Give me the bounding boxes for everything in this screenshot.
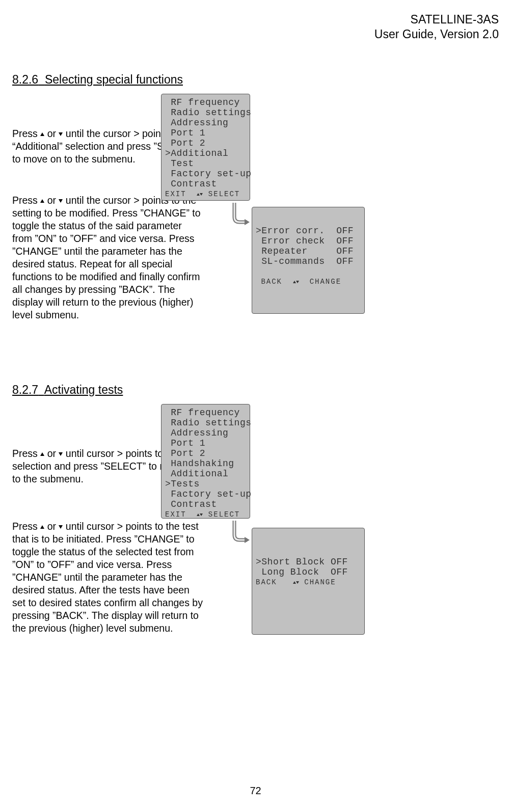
- lcd-line: Port 1: [165, 438, 246, 448]
- lcd-line: RF frequency: [165, 97, 246, 107]
- lcd-line: Radio settings: [165, 418, 246, 428]
- lcd-line: Addressing: [165, 118, 246, 128]
- header-line-2: User Guide, Version 2.0: [374, 27, 499, 42]
- lcd-line: Contrast: [165, 179, 246, 189]
- lcd-line: Contrast: [165, 499, 246, 509]
- down-arrow-icon: [200, 513, 203, 516]
- lcd-line: Port 2: [165, 138, 246, 148]
- header-line-1: SATELLINE-3AS: [374, 12, 499, 27]
- lcd-line: Repeater OFF: [256, 246, 361, 256]
- lcd-line: Radio settings: [165, 107, 246, 118]
- page-header: SATELLINE-3AS User Guide, Version 2.0: [374, 12, 499, 42]
- lcd-screen-additional: >Error corr. OFF Error check OFF Repeate…: [252, 207, 365, 314]
- lcd-line: SL-commands OFF: [256, 256, 361, 266]
- lcd-line: Additional: [165, 469, 246, 479]
- lcd-footer: BACK CHANGE: [256, 277, 361, 287]
- lcd-line: RF frequency: [165, 408, 246, 418]
- lcd-footer: EXIT SELECT: [165, 509, 246, 520]
- flow-arrow-icon: [224, 202, 250, 227]
- down-arrow-icon: [296, 581, 299, 584]
- flow-arrow-icon: [224, 520, 250, 545]
- lcd-screen-main-menu-2: RF frequency Radio settings Addressing P…: [161, 404, 250, 519]
- page-number: 72: [0, 785, 511, 797]
- lcd-screen-tests: >Short Block OFF Long Block OFF BACK CHA…: [252, 528, 365, 635]
- section-title: Selecting special functions: [45, 73, 183, 86]
- paragraph-4: Press or until cursor > points to the te…: [12, 520, 203, 635]
- lcd-footer: EXIT SELECT: [165, 189, 246, 199]
- section-heading-8-2-6: 8.2.6 Selecting special functions: [12, 73, 183, 87]
- section-heading-8-2-7: 8.2.7 Activating tests: [12, 383, 123, 397]
- lcd-screen-main-menu-1: RF frequency Radio settings Addressing P…: [161, 94, 250, 201]
- lcd-line-selected: >Tests: [165, 479, 246, 489]
- lcd-footer: BACK CHANGE: [256, 577, 361, 587]
- lcd-line-selected: >Error corr. OFF: [256, 226, 361, 236]
- down-arrow-icon: [200, 193, 203, 196]
- down-arrow-icon: [296, 281, 299, 283]
- lcd-line: Port 2: [165, 448, 246, 458]
- lcd-line: Factory set-up: [165, 169, 246, 179]
- lcd-line-selected: >Additional: [165, 148, 246, 158]
- section-number: 8.2.7: [12, 383, 38, 396]
- lcd-line: Long Block OFF: [256, 567, 361, 577]
- paragraph-2: Press or until the cursor > points to th…: [12, 194, 203, 321]
- lcd-line: Test: [165, 158, 246, 169]
- lcd-line: Addressing: [165, 428, 246, 438]
- lcd-line-selected: >Short Block OFF: [256, 557, 361, 567]
- section-title: Activating tests: [44, 383, 123, 396]
- lcd-line: Handshaking: [165, 458, 246, 469]
- section-number: 8.2.6: [12, 73, 38, 86]
- lcd-line: Port 1: [165, 128, 246, 138]
- lcd-line: Factory set-up: [165, 489, 246, 499]
- lcd-line: Error check OFF: [256, 236, 361, 246]
